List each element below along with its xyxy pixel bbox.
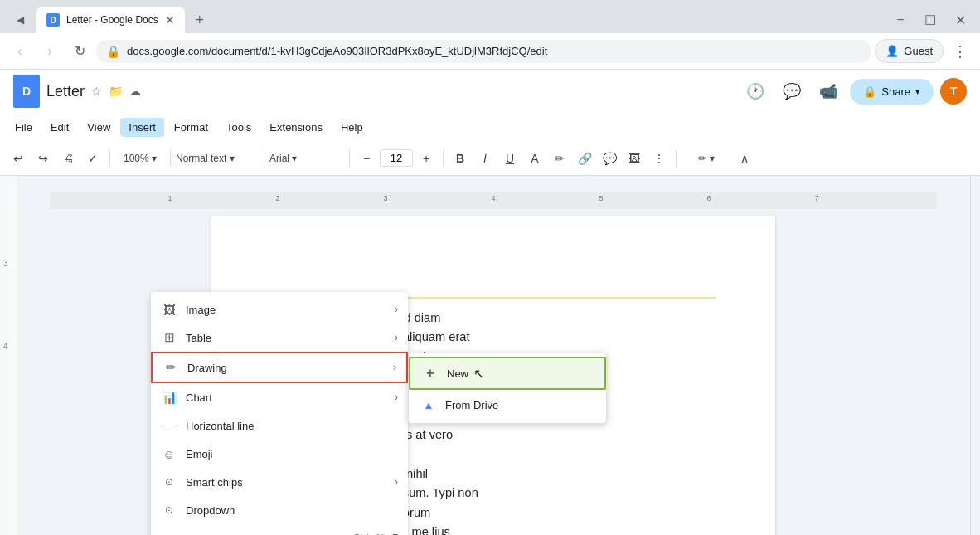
toolbar-sep-6 xyxy=(676,150,677,167)
menu-item-footnote[interactable]: ≡ Footnote Ctrl+Alt+F xyxy=(151,524,408,535)
link-btn[interactable]: 🔗 xyxy=(573,147,596,170)
arrow-icon: › xyxy=(395,392,398,403)
cloud-icon[interactable]: ☁ xyxy=(129,85,141,98)
spellcheck-btn[interactable]: ✓ xyxy=(81,147,104,170)
toolbar-sep-2 xyxy=(170,150,171,167)
lock-icon: 🔒 xyxy=(106,45,120,58)
menu-file[interactable]: File xyxy=(7,118,41,137)
font-size-down-btn[interactable]: − xyxy=(355,147,378,170)
user-avatar[interactable]: T xyxy=(940,78,967,105)
menu-item-chart[interactable]: 📊 Chart › xyxy=(151,383,408,411)
menu-item-image[interactable]: 🖼 Image › xyxy=(151,295,408,323)
menu-bar: File Edit View Insert Format Tools Exten… xyxy=(0,113,980,141)
browser-menu-btn[interactable]: ⋮ xyxy=(947,38,973,65)
menu-item-dropdown[interactable]: ⊙ Dropdown xyxy=(151,496,408,524)
person-icon: 👤 xyxy=(885,45,899,57)
browser-chrome: ◀ D Letter - Google Docs ✕ + − ☐ ✕ ‹ › ↻… xyxy=(0,0,980,70)
main-area: 3 4 1234567 ctetuer adipiscing elit, sed… xyxy=(0,176,980,535)
menu-edit[interactable]: Edit xyxy=(42,118,77,137)
drive-icon: ▲ xyxy=(420,396,437,413)
arrow-icon: › xyxy=(395,332,398,343)
footnote-icon: ≡ xyxy=(161,530,177,535)
horizontal-line-icon: — xyxy=(161,417,177,434)
bold-btn[interactable]: B xyxy=(449,147,472,170)
minimize-btn[interactable]: − xyxy=(887,7,914,33)
collapse-toolbar-btn[interactable]: ∧ xyxy=(733,147,756,170)
menu-format[interactable]: Format xyxy=(166,118,216,137)
font-btn[interactable]: Arial ▾ xyxy=(269,147,344,170)
menu-item-horizontal-line[interactable]: — Horizontal line xyxy=(151,411,408,440)
address-bar[interactable]: 🔒 docs.google.com/document/d/1-kvH3gCdje… xyxy=(96,40,871,63)
menu-item-table[interactable]: ⊞ Table › xyxy=(151,323,408,352)
submenu-item-from-drive[interactable]: ▲ From Drive xyxy=(409,390,606,420)
undo-btn[interactable]: ↩ xyxy=(7,147,30,170)
comment-btn[interactable]: 💬 xyxy=(777,76,807,106)
text-color-btn[interactable]: A xyxy=(523,147,546,170)
smart-chips-icon: ⊙ xyxy=(161,474,177,490)
maximize-btn[interactable]: ☐ xyxy=(917,7,944,33)
drawing-icon: ✏ xyxy=(163,359,179,376)
editing-mode-btn[interactable]: ✏ ▾ xyxy=(682,147,731,170)
scrollbar[interactable] xyxy=(970,176,980,535)
menu-view[interactable]: View xyxy=(79,118,119,137)
new-tab-btn[interactable]: + xyxy=(188,8,211,32)
highlight-btn[interactable]: ✏ xyxy=(548,147,571,170)
italic-btn[interactable]: I xyxy=(473,147,497,170)
comment-toolbar-btn[interactable]: 💬 xyxy=(598,147,621,170)
arrow-icon: › xyxy=(395,304,398,315)
emoji-icon: ☺ xyxy=(161,445,177,462)
nav-bar: ‹ › ↻ 🔒 docs.google.com/document/d/1-kvH… xyxy=(0,33,980,70)
menu-extensions[interactable]: Extensions xyxy=(261,118,331,137)
folder-icon[interactable]: 📁 xyxy=(109,85,123,98)
arrow-icon: › xyxy=(393,362,396,373)
font-size-control: − 12 + xyxy=(355,147,438,170)
insert-menu: 🖼 Image › ⊞ Table › ✏ Drawing › 📊 Chart … xyxy=(151,292,408,535)
url-text: docs.google.com/document/d/1-kvH3gCdjeAo… xyxy=(127,45,861,57)
share-label: Share xyxy=(881,85,910,98)
zoom-btn[interactable]: 100% ▾ xyxy=(115,147,165,170)
active-tab[interactable]: D Letter - Google Docs ✕ xyxy=(36,7,185,33)
tab-title: Letter - Google Docs xyxy=(66,14,158,26)
star-icon[interactable]: ☆ xyxy=(91,85,102,98)
print-btn[interactable]: 🖨 xyxy=(56,147,80,170)
font-size-input[interactable]: 12 xyxy=(380,149,413,167)
more-btn[interactable]: ⋮ xyxy=(648,147,671,170)
doc-title[interactable]: Letter xyxy=(46,83,85,100)
tab-close-btn[interactable]: ✕ xyxy=(165,13,175,27)
menu-item-drawing[interactable]: ✏ Drawing › xyxy=(151,352,408,383)
toolbar-sep-3 xyxy=(264,150,264,167)
share-dropdown-icon[interactable]: ▾ xyxy=(915,86,920,97)
dropdown-icon: ⊙ xyxy=(161,502,177,518)
share-button[interactable]: 🔒 Share ▾ xyxy=(850,79,934,105)
menu-item-emoji[interactable]: ☺ Emoji xyxy=(151,440,408,468)
guest-button[interactable]: 👤 Guest xyxy=(875,39,944,63)
history-btn[interactable]: 🕐 xyxy=(740,76,770,106)
video-btn[interactable]: 📹 xyxy=(813,76,843,106)
table-icon: ⊞ xyxy=(161,329,177,346)
window-back-btn[interactable]: ◀ xyxy=(7,7,33,33)
toolbar-sep-5 xyxy=(443,150,444,167)
doc-title-area: Letter ☆ 📁 ☁ xyxy=(46,83,141,100)
styles-btn[interactable]: Normal text ▾ xyxy=(176,147,259,170)
menu-insert[interactable]: Insert xyxy=(120,118,164,137)
menu-help[interactable]: Help xyxy=(332,118,371,137)
redo-btn[interactable]: ↪ xyxy=(32,147,55,170)
close-btn[interactable]: ✕ xyxy=(947,7,973,33)
font-size-up-btn[interactable]: + xyxy=(415,147,438,170)
menu-tools[interactable]: Tools xyxy=(218,118,260,137)
forward-btn[interactable]: › xyxy=(36,38,63,65)
reload-btn[interactable]: ↻ xyxy=(66,38,93,65)
submenu-item-new[interactable]: + New ↖ xyxy=(409,357,606,390)
toolbar-sep-4 xyxy=(349,150,350,167)
tab-bar: ◀ D Letter - Google Docs ✕ + − ☐ ✕ xyxy=(0,0,980,33)
toolbar: ↩ ↪ 🖨 ✓ 100% ▾ Normal text ▾ Arial ▾ − 1… xyxy=(0,141,980,176)
menu-item-smart-chips[interactable]: ⊙ Smart chips › xyxy=(151,468,408,496)
ruler: 1234567 xyxy=(50,192,937,209)
underline-btn[interactable]: U xyxy=(498,147,522,170)
tab-favicon: D xyxy=(46,13,60,27)
cursor-indicator: ↖ xyxy=(473,366,484,382)
back-btn[interactable]: ‹ xyxy=(7,38,33,65)
new-icon: + xyxy=(422,365,439,382)
image-toolbar-btn[interactable]: 🖼 xyxy=(623,147,646,170)
arrow-icon: › xyxy=(395,476,398,488)
